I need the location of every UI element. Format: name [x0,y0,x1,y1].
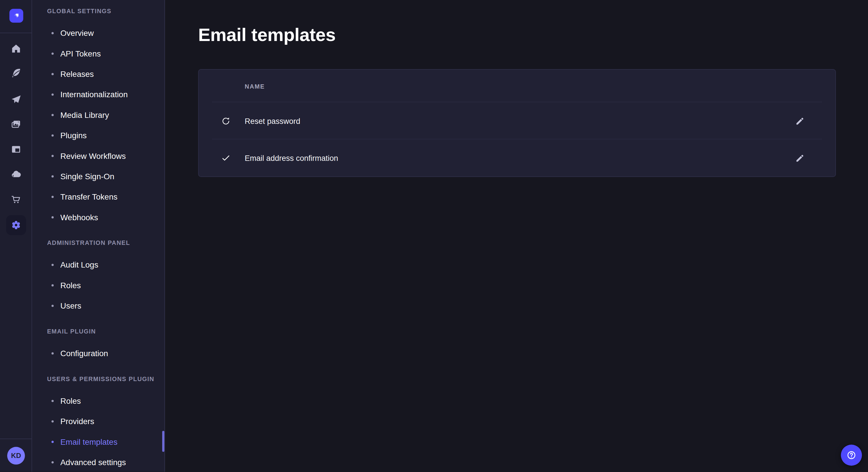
section-label: Email Plugin [47,327,164,336]
refresh-icon [221,116,231,126]
subnav-item-label: Webhooks [60,213,98,222]
subnav-item-admin-roles[interactable]: Roles [32,275,164,295]
subnav-item-review-workflows[interactable]: Review Workflows [32,145,164,166]
subnav-item-webhooks[interactable]: Webhooks [32,207,164,227]
bullet-icon [51,134,54,136]
subnav-item-label: Releases [60,69,94,78]
subnav-item-transfer-tokens[interactable]: Transfer Tokens [32,187,164,207]
edit-button[interactable] [792,150,808,166]
question-mark-icon [846,450,857,461]
column-header-name: Name [245,82,265,89]
settings-subnav: Global Settings Overview API Tokens Rele… [32,0,165,472]
bullet-icon [51,216,54,218]
subnav-item-label: Roles [60,396,81,405]
cart-icon[interactable] [6,190,26,210]
layout-icon[interactable] [6,139,26,159]
subnav-item-label: Roles [60,281,81,290]
bullet-icon [51,73,54,75]
bullet-icon [51,352,54,355]
subnav-section-email-plugin: Email Plugin Configuration [32,327,164,363]
subnav-item-label: Overview [60,28,94,37]
bullet-icon [51,93,54,96]
bullet-icon [51,264,54,266]
bullet-icon [51,461,54,463]
section-label: Global Settings [47,7,164,15]
rail-divider [0,33,32,33]
cloud-icon[interactable] [6,164,26,184]
subnav-item-label: Configuration [60,349,108,358]
table-header-row: Name [198,70,835,102]
user-avatar[interactable]: KD [7,447,25,465]
subnav-item-label: Review Workflows [60,151,126,160]
subnav-section-users-permissions-plugin: Users & Permissions Plugin Roles Provide… [32,374,164,472]
bullet-icon [51,440,54,443]
subnav-item-label: Internationalization [60,90,128,99]
subnav-item-single-sign-on[interactable]: Single Sign-On [32,166,164,187]
subnav-item-up-roles[interactable]: Roles [32,391,164,411]
table-row-email-address-confirmation[interactable]: Email address confirmation [198,139,835,176]
bullet-icon [51,305,54,307]
subnav-item-configuration[interactable]: Configuration [32,343,164,363]
table-row-reset-password[interactable]: Reset password [198,102,835,139]
bullet-icon [51,400,54,402]
strapi-logo-icon [12,11,21,21]
feather-icon[interactable] [6,63,26,83]
subnav-item-api-tokens[interactable]: API Tokens [32,43,164,63]
pencil-icon [795,116,805,126]
subnav-item-label: Users [60,301,81,310]
subnav-item-label: Plugins [60,131,87,140]
gear-icon[interactable] [6,215,26,235]
subnav-item-label: Media Library [60,110,109,119]
subnav-item-label: Audit Logs [60,260,98,269]
subnav-item-email-templates[interactable]: Email templates [32,431,164,452]
page-title: Email templates [198,24,868,45]
subnav-scrollbar-thumb[interactable] [162,431,164,452]
home-icon[interactable] [6,39,26,59]
bullet-icon [51,32,54,34]
template-name: Reset password [245,116,300,125]
subnav-item-audit-logs[interactable]: Audit Logs [32,255,164,275]
subnav-item-label: Advanced settings [60,458,126,467]
subnav-item-overview[interactable]: Overview [32,23,164,43]
bullet-icon [51,196,54,198]
subnav-item-admin-users[interactable]: Users [32,295,164,316]
bullet-icon [51,284,54,286]
subnav-item-label: Transfer Tokens [60,192,117,201]
edit-button[interactable] [792,113,808,129]
subnav-item-label: Single Sign-On [60,172,114,181]
subnav-item-providers[interactable]: Providers [32,411,164,431]
subnav-item-releases[interactable]: Releases [32,64,164,84]
email-templates-table: Name Reset password [198,69,836,177]
rail-divider [0,438,32,439]
subnav-item-label: Email templates [60,437,117,446]
subnav-item-plugins[interactable]: Plugins [32,125,164,145]
subnav-section-administration-panel: Administration Panel Audit Logs Roles Us… [32,238,164,316]
bullet-icon [51,155,54,157]
strapi-logo[interactable] [9,9,23,23]
subnav-item-internationalization[interactable]: Internationalization [32,84,164,104]
subnav-item-label: Providers [60,417,94,426]
subnav-item-media-library[interactable]: Media Library [32,105,164,125]
check-icon [221,153,231,163]
bullet-icon [51,175,54,177]
media-library-icon[interactable] [6,114,26,134]
main-content: Email templates Name Reset password [166,0,868,472]
bullet-icon [51,113,54,116]
paper-plane-icon[interactable] [6,90,26,109]
section-label: Users & Permissions Plugin [47,374,164,383]
template-name: Email address confirmation [245,154,338,162]
pencil-icon [795,153,805,163]
bullet-icon [51,52,54,55]
main-nav-rail: KD [0,0,32,472]
app-root: KD Global Settings Overview API Tokens R… [0,0,868,472]
subnav-item-advanced-settings[interactable]: Advanced settings [32,452,164,472]
help-button[interactable] [841,445,862,466]
bullet-icon [51,420,54,423]
subnav-section-global-settings: Global Settings Overview API Tokens Rele… [32,7,164,227]
subnav-item-label: API Tokens [60,49,101,58]
section-label: Administration Panel [47,238,164,247]
